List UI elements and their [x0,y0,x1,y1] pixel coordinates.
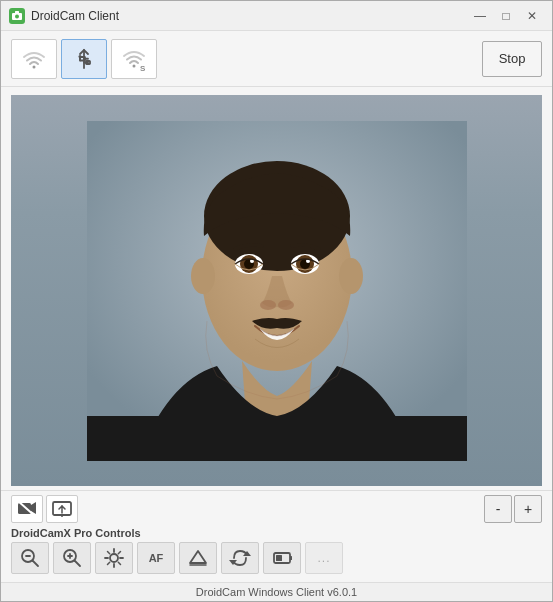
status-text: DroidCam Windows Client v6.0.1 [196,586,357,598]
svg-marker-53 [190,551,206,563]
svg-point-28 [260,300,276,310]
svg-point-44 [110,554,118,562]
pro-controls-row: AF [11,542,542,574]
usb-button[interactable] [61,39,107,79]
svg-point-18 [339,258,363,294]
zoom-plus-button[interactable]: + [514,495,542,523]
svg-rect-58 [290,556,292,560]
svg-point-17 [191,258,215,294]
screen-share-icon [52,500,72,518]
connection-toolbar: S Stop [1,31,552,87]
status-bar: DroidCam Windows Client v6.0.1 [1,582,552,601]
svg-text:S: S [140,64,146,73]
app-icon [9,8,25,24]
zoom-minus-button[interactable]: - [484,495,512,523]
stop-button[interactable]: Stop [482,41,542,77]
window-controls: — □ ✕ [468,6,544,26]
camera-feed [11,95,542,486]
person-image [87,121,467,461]
video-display [11,95,542,486]
svg-line-50 [118,562,120,564]
window-title: DroidCam Client [31,9,468,23]
main-window: DroidCam Client — □ ✕ [0,0,553,602]
media-controls-row: - + [11,495,542,523]
title-bar: DroidCam Client — □ ✕ [1,1,552,31]
zoom-controls: - + [484,495,542,523]
svg-line-52 [108,562,110,564]
camera-toggle-button[interactable] [11,495,43,523]
battery-button[interactable] [263,542,301,574]
pro-zoom-in-button[interactable] [53,542,91,574]
zoom-in-icon [61,547,83,569]
wifi-s-button[interactable]: S [111,39,157,79]
flip-button[interactable] [179,542,217,574]
flip-icon [187,547,209,569]
bottom-panel: - + DroidCamX Pro Controls [1,490,552,582]
wifi-icon [20,45,48,73]
rotate-button[interactable] [221,542,259,574]
svg-point-10 [79,55,82,58]
more-label: ... [317,551,330,565]
maximize-button[interactable]: □ [494,6,518,26]
svg-point-2 [15,14,19,18]
minimize-button[interactable]: — [468,6,492,26]
svg-rect-1 [15,11,19,14]
svg-line-49 [108,552,110,554]
autofocus-button[interactable]: AF [137,542,175,574]
brightness-icon [103,547,125,569]
svg-rect-30 [18,503,31,514]
svg-point-3 [33,65,36,68]
svg-line-43 [75,561,81,567]
svg-point-11 [133,64,136,67]
svg-line-51 [118,552,120,554]
svg-point-29 [278,300,294,310]
wifi-s-icon: S [120,45,148,73]
zoom-out-icon [19,547,41,569]
screen-share-button[interactable] [46,495,78,523]
close-button[interactable]: ✕ [520,6,544,26]
pro-zoom-out-button[interactable] [11,542,49,574]
wifi-button[interactable] [11,39,57,79]
pro-controls-label: DroidCamX Pro Controls [11,527,542,539]
camera-off-icon [17,500,37,518]
rotate-icon [229,547,251,569]
usb-icon [70,45,98,73]
brightness-button[interactable] [95,542,133,574]
more-options-button[interactable]: ... [305,542,343,574]
af-label: AF [149,552,164,564]
battery-icon [271,547,293,569]
svg-rect-15 [87,416,467,461]
svg-line-39 [33,561,39,567]
svg-rect-59 [276,555,282,561]
